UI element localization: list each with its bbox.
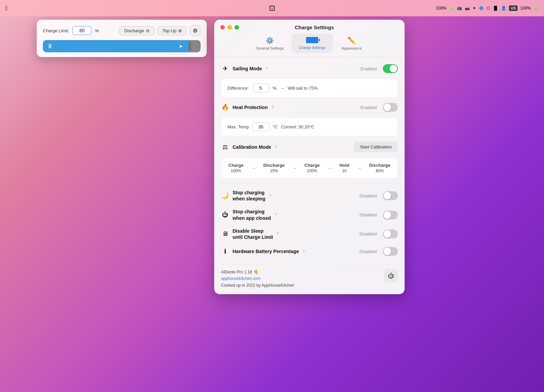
flow-step-1: Charge 100%	[228, 163, 244, 173]
hardware-battery-toggle[interactable]	[383, 247, 398, 256]
footer-text-block: AlDente Pro 1.18 🍕 apphousekitchen.com C…	[221, 269, 294, 289]
max-temp-label: Max. Temp	[227, 124, 249, 129]
menubar-center: ⊡	[269, 4, 275, 13]
difference-input[interactable]	[252, 84, 269, 92]
stop-sleeping-status: Disabled	[359, 193, 377, 198]
start-calibration-button[interactable]: Start Calibration	[354, 142, 398, 152]
calibration-flow-box: Charge 100% → Discharge 15% → Charge 100…	[221, 158, 398, 178]
battery-percent-right: 100%	[520, 6, 531, 11]
settings-gear-button[interactable]: ⚙	[190, 25, 201, 36]
sailing-mode-row: ✈ Sailing Mode ? Enabled	[221, 63, 398, 74]
difference-percent: %	[273, 86, 277, 91]
panel-titlebar: Charge Settings	[214, 20, 405, 34]
stop-sleeping-row: 🌙 Stop charging when sleeping ? Disabled	[221, 188, 398, 203]
flow-arrow-2: →	[292, 165, 297, 171]
charge-settings-icon	[306, 37, 318, 43]
charge-limit-input[interactable]	[72, 26, 91, 35]
gear-icon: ⚙	[193, 28, 198, 34]
footer-link[interactable]: apphousekitchen.com	[221, 276, 261, 281]
menubar-icon-6[interactable]: 👤	[501, 6, 506, 11]
panel-footer: AlDente Pro 1.18 🍕 apphousekitchen.com C…	[214, 264, 405, 294]
stop-sleeping-toggle[interactable]	[383, 191, 398, 200]
top-up-button[interactable]: Top Up ⊕	[157, 26, 187, 35]
menubar-icon-5[interactable]: ▐▌	[493, 6, 498, 11]
info-icon: ℹ	[221, 248, 229, 255]
disable-sleep-name1: Disable Sleep	[233, 228, 273, 234]
disable-sleep-status: Disabled	[359, 231, 377, 236]
charge-bar[interactable]: ⏸ ➤	[43, 40, 201, 52]
sailing-mode-status: Enabled	[360, 66, 377, 71]
power-off-icon: ⏻	[221, 211, 229, 218]
heat-protection-subbox: Max. Temp °C Current: 30.20°C	[221, 117, 398, 136]
disable-sleep-label-group: Disable Sleep until Charge Limit	[233, 228, 273, 240]
sailing-mode-subbox: Difference: % → Will sail to 75%.	[221, 78, 398, 97]
disable-sleep-row: 🖥 Disable Sleep until Charge Limit ? Dis…	[221, 227, 398, 242]
menubar-left: 	[5, 5, 12, 12]
power-button[interactable]: ⏻	[384, 269, 398, 283]
disable-sleep-toggle[interactable]	[383, 230, 398, 238]
apple-icon[interactable]: 	[5, 5, 8, 12]
stop-sleeping-name2: when sleeping	[233, 196, 265, 202]
charge-percent-symbol: %	[95, 28, 99, 33]
temp-unit: °C	[273, 124, 278, 129]
calibration-icon: ⚖	[221, 143, 229, 151]
stop-sleeping-name1: Stop charging	[233, 190, 265, 196]
charge-widget: Charge Limit: % Discharge ⊖ Top Up ⊕ ⚙ ⏸…	[37, 20, 207, 57]
heat-icon: 🔥	[221, 104, 229, 111]
battery-icon-left: 🔋	[449, 6, 454, 11]
general-settings-icon: ⚙️	[266, 36, 274, 44]
center-icon: ⊡	[269, 4, 275, 13]
hardware-battery-label: Hardware Battery Percentage	[233, 249, 299, 254]
panel-title: Charge Settings	[242, 24, 387, 30]
stop-app-closed-name2: when app closed	[233, 215, 271, 221]
maximize-button[interactable]	[235, 25, 239, 30]
heat-protection-help[interactable]: ?	[271, 105, 273, 110]
charge-limit-label: Charge Limit:	[43, 28, 69, 33]
top-up-label: Top Up	[163, 28, 176, 33]
stop-app-closed-name1: Stop charging	[233, 209, 271, 215]
stop-app-closed-toggle[interactable]	[383, 211, 398, 219]
battery-percent-left: 100%	[436, 6, 446, 11]
menubar-right: 100% 🔋 📺 📷 ✦ 🔷 ⬡ ▐▌ 👤 US 100% 🔋	[436, 5, 539, 11]
menubar-icon-4[interactable]: 🔷	[479, 6, 484, 11]
arrow-icon: ➤	[179, 43, 183, 49]
divider-1	[221, 183, 398, 183]
tab-general-label: General Settings	[256, 46, 284, 50]
stop-app-closed-help[interactable]: ?	[274, 212, 277, 217]
power-icon: ⏻	[388, 272, 394, 280]
menubar-icon-bt[interactable]: ⬡	[487, 6, 490, 11]
tab-appearance-label: Appearance	[342, 46, 362, 50]
stop-sleeping-help[interactable]: ?	[269, 193, 271, 198]
footer-app-name: AlDente Pro 1.18 🍕	[221, 269, 294, 275]
widget-buttons: Discharge ⊖ Top Up ⊕ ⚙	[119, 25, 201, 36]
calibration-mode-help[interactable]: ?	[275, 144, 277, 149]
plus-icon: ⊕	[178, 28, 182, 33]
menubar-icon-1[interactable]: 📺	[457, 6, 462, 11]
hardware-battery-row: ℹ Hardware Battery Percentage ? Disabled	[221, 246, 398, 257]
tab-charge[interactable]: Charge Settings	[291, 34, 333, 53]
difference-label: Difference:	[227, 86, 249, 91]
hardware-battery-help[interactable]: ?	[302, 249, 305, 254]
heat-protection-toggle[interactable]	[383, 103, 398, 112]
disable-sleep-help[interactable]: ?	[276, 231, 279, 236]
tab-general[interactable]: ⚙️ General Settings	[249, 34, 291, 53]
tab-appearance[interactable]: ✏️ Appearance	[333, 34, 370, 53]
heat-protection-row: 🔥 Heat Protection ? Enabled	[221, 102, 398, 113]
sailing-icon: ✈	[221, 65, 229, 72]
menubar-icon-3[interactable]: ✦	[473, 6, 476, 11]
max-temp-input[interactable]	[252, 122, 269, 131]
current-temp: Current: 30.20°C	[281, 124, 314, 129]
sailing-mode-help[interactable]: ?	[265, 66, 268, 71]
charge-bar-handle[interactable]	[188, 41, 191, 51]
discharge-button[interactable]: Discharge ⊖	[119, 26, 155, 35]
calibration-mode-label: Calibration Mode	[233, 144, 271, 150]
flow-arrow-3: →	[327, 165, 332, 171]
sailing-mode-toggle[interactable]	[383, 64, 398, 73]
menubar-icon-2[interactable]: 📷	[465, 6, 470, 11]
close-button[interactable]	[220, 25, 225, 30]
will-sail-text: Will sail to 75%.	[288, 86, 319, 91]
tab-charge-label: Charge Settings	[299, 46, 326, 50]
sail-arrow: →	[280, 86, 284, 91]
minimize-button[interactable]	[227, 25, 232, 30]
sailing-mode-label: Sailing Mode	[233, 66, 262, 71]
